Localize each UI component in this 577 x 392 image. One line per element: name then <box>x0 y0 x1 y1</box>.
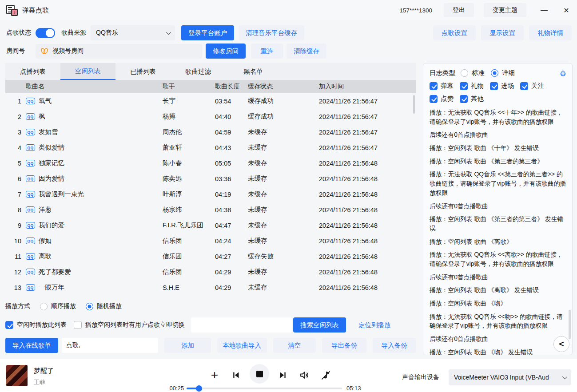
table-row[interactable]: 7QQ我曾遇到一束光叶斯淳04:19未缓存2024/11/26 21:56:48 <box>5 186 416 202</box>
row-number: 10 <box>5 238 26 245</box>
table-row[interactable]: 1QQ氧气长宇03:54缓存成功2024/11/26 21:56:47 <box>5 93 416 109</box>
header-song-name: 歌曲名 <box>26 83 163 91</box>
mute-announce-icon[interactable] <box>318 368 333 383</box>
table-row[interactable]: 6QQ因为爱情陈奕迅03:36未缓存2024/11/26 21:56:48 <box>5 171 416 186</box>
reconnect-button[interactable]: 重连 <box>251 44 283 59</box>
log-entry: 后续还有0首点播歌曲 <box>430 202 567 211</box>
gift-details-button[interactable]: 礼物详情 <box>529 25 572 40</box>
radio-sequential-play[interactable]: 顺序播放 <box>40 302 76 310</box>
header-artist: 歌手 <box>163 83 215 91</box>
total-time: 05:13 <box>342 385 360 392</box>
table-row[interactable]: 10QQ假如信乐团04:24未缓存2024/11/26 21:56:48 <box>5 233 416 249</box>
main-area: 点播列表空闲列表已播列表歌曲过滤黑名单 歌曲名 歌手 歌曲长度 缓存状态 加入时… <box>5 63 573 355</box>
player-controls: + <box>207 366 333 384</box>
radio-log-detailed[interactable]: 详细 <box>491 69 515 77</box>
table-row[interactable]: 4QQ类似爱情萧亚轩04:43未缓存2024/11/26 21:56:47 <box>5 140 416 155</box>
change-theme-button[interactable]: 变更主题 <box>484 3 526 17</box>
add-button[interactable]: 添加 <box>164 338 211 353</box>
close-button[interactable]: ✕ <box>562 6 571 15</box>
collapse-panel-button[interactable]: < <box>553 336 569 352</box>
checkbox-label: 播放空闲列表时有用户点歌立即切换 <box>85 321 185 329</box>
search-idle-list-button[interactable]: 搜索空闲列表 <box>293 317 346 333</box>
song-name-cell: QQ假如 <box>26 237 163 245</box>
join-time: 2024/11/26 21:56:47 <box>309 113 416 120</box>
song-name: 离歌 <box>39 252 52 261</box>
song-settings-button[interactable]: 点歌设置 <box>433 25 476 40</box>
table-row[interactable]: 11QQ离歌信乐团04:27缓存失败2024/11/26 21:56:48 <box>5 249 416 264</box>
room-input[interactable]: 视频号房间 <box>36 44 202 59</box>
table-row[interactable]: 13QQ一眼万年S.H.E04:29未缓存2024/11/26 21:56:48 <box>5 280 416 295</box>
header-cache-status: 缓存状态 <box>248 83 309 91</box>
progress-track[interactable] <box>187 388 342 389</box>
tab-bar: 点播列表空闲列表已播列表歌曲过滤黑名单 <box>5 63 416 80</box>
log-filter-2[interactable]: 进场 <box>490 82 514 90</box>
table-scrollbar[interactable] <box>413 95 415 114</box>
source-select[interactable]: QQ音乐 <box>91 25 175 40</box>
export-backup-button[interactable]: 导出备份 <box>322 338 366 353</box>
log-filter-5[interactable]: 其他 <box>460 95 484 103</box>
previous-track-icon[interactable] <box>228 368 243 383</box>
local-import-button[interactable]: 本地歌曲导入 <box>217 338 267 353</box>
locate-playing-button[interactable]: 定位到播放 <box>351 317 398 333</box>
stop-icon[interactable] <box>250 364 269 384</box>
filter-label: 弹幕 <box>441 82 454 90</box>
minimize-button[interactable]: — <box>540 6 549 14</box>
song-name: 洋葱 <box>39 206 52 214</box>
next-track-icon[interactable] <box>275 368 290 383</box>
checkbox-play-idle-list[interactable]: 空闲时播放此列表 <box>5 321 67 329</box>
checkbox-switch-on-request[interactable]: 播放空闲列表时有用户点歌立即切换 <box>74 321 185 329</box>
clear-log-broom-icon[interactable] <box>559 69 567 77</box>
app-window: { "window": { "title": "弹幕点歌", "account"… <box>0 0 577 392</box>
log-entry: 播放：无法获取 QQ音乐 <<离歌>> 的歌曲链接，请确保登录了vip账号，并有… <box>430 250 567 269</box>
import-online-playlist-button[interactable]: 导入在线歌单 <box>5 338 58 353</box>
log-filter-3[interactable]: 关注 <box>520 82 544 90</box>
output-device-select[interactable]: VoiceMeeter VAIO3 Input (VB-Aud <box>449 369 571 385</box>
progress-thumb[interactable] <box>196 385 202 392</box>
table-row[interactable]: 5QQ独家记忆陈小春05:05未缓存2024/11/26 21:56:48 <box>5 155 416 171</box>
command-input[interactable] <box>62 338 158 353</box>
row-number: 5 <box>5 160 26 167</box>
play-mode-row: 播放方式 顺序播放 随机播放 <box>5 299 416 314</box>
log-filter-4[interactable]: 点赞 <box>430 95 454 103</box>
logout-button[interactable]: 登出 <box>444 3 474 17</box>
tab-4[interactable]: 黑名单 <box>226 63 281 80</box>
volume-icon[interactable] <box>297 368 312 383</box>
song-length: 03:54 <box>215 98 248 105</box>
table-row[interactable]: 8QQ洋葱杨宗纬04:38未缓存2024/11/26 21:56:48 <box>5 202 416 218</box>
display-settings-button[interactable]: 显示设置 <box>481 25 524 40</box>
log-type-row: 日志类型 标准 详细 <box>430 69 567 77</box>
status-toggle[interactable] <box>36 28 55 38</box>
cache-status: 缓存成功 <box>248 97 309 105</box>
table-row[interactable]: 9QQ我们的爱F.I.R.飞儿乐团04:47未缓存2024/11/26 21:5… <box>5 218 416 233</box>
login-platform-button[interactable]: 登录平台账户 <box>181 25 234 40</box>
tab-1[interactable]: 空闲列表 <box>60 63 115 80</box>
modify-room-button[interactable]: 修改房间 <box>206 44 246 59</box>
add-song-icon[interactable]: + <box>207 368 222 383</box>
log-scrollbar[interactable] <box>569 310 571 339</box>
current-time: 00:25 <box>166 385 184 392</box>
clean-music-cache-button[interactable]: 清理音乐平台缓存 <box>239 25 304 40</box>
checkbox-icon <box>460 82 468 90</box>
radio-label: 标准 <box>472 69 485 77</box>
log-filter-1[interactable]: 礼物 <box>460 82 484 90</box>
table-row[interactable]: 3QQ发如雪周杰伦04:59未缓存2024/11/26 21:56:47 <box>5 124 416 140</box>
song-length: 04:43 <box>215 144 248 151</box>
tab-0[interactable]: 点播列表 <box>5 63 60 80</box>
clear-cache-button[interactable]: 清除缓存 <box>287 44 326 59</box>
control-row-source: 点歌状态 歌曲来源 QQ音乐 登录平台账户 清理音乐平台缓存 点歌设置 显示设置… <box>6 25 572 41</box>
radio-log-standard[interactable]: 标准 <box>461 69 485 77</box>
tab-3[interactable]: 歌曲过滤 <box>171 63 226 80</box>
now-playing-title: 梦醒了 <box>34 367 54 375</box>
table-row[interactable]: 2QQ枫杨搏04:40缓存成功2024/11/26 21:56:47 <box>5 109 416 124</box>
idle-search-input[interactable] <box>191 317 292 333</box>
log-filter-0[interactable]: 弹幕 <box>430 82 454 90</box>
clear-list-button[interactable]: 清空 <box>273 338 316 353</box>
import-backup-button[interactable]: 导入备份 <box>373 338 416 353</box>
log-entry: 后续还有0首点播歌曲 <box>430 335 567 344</box>
join-time: 2024/11/26 21:56:48 <box>309 175 416 182</box>
table-row[interactable]: 12QQ死了都要爱信乐团04:29未缓存2024/11/26 21:56:48 <box>5 264 416 280</box>
radio-random-play[interactable]: 随机播放 <box>86 302 122 310</box>
artist: S.H.E <box>163 284 215 291</box>
radio-label: 详细 <box>502 69 515 77</box>
tab-2[interactable]: 已播列表 <box>115 63 171 80</box>
